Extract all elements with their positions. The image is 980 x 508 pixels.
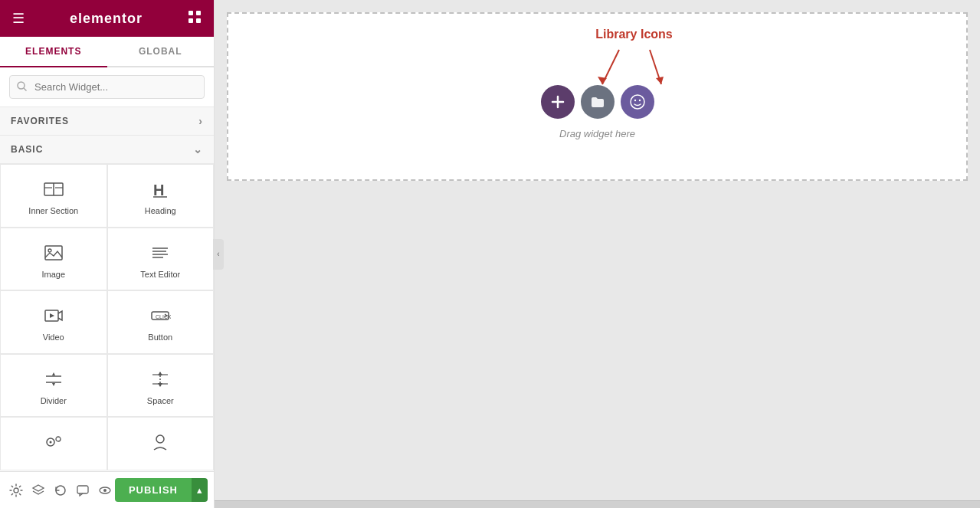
- canvas-inner: Library Icons: [215, 0, 980, 500]
- folder-button[interactable]: [581, 85, 615, 119]
- add-section-button[interactable]: [541, 85, 575, 119]
- hamburger-icon[interactable]: ☰: [12, 10, 25, 27]
- history-icon[interactable]: [51, 478, 70, 503]
- divider-icon: [43, 369, 64, 390]
- basic-label: BASIC: [11, 144, 43, 155]
- svg-point-33: [56, 437, 61, 441]
- widget-button[interactable]: CLICK Button: [107, 290, 215, 354]
- widget-divider[interactable]: Divider: [0, 354, 107, 418]
- spacer-label: Spacer: [147, 396, 174, 405]
- widget-9[interactable]: [107, 417, 215, 470]
- annotation-label: Library Icons: [588, 28, 680, 41]
- svg-line-40: [602, 50, 619, 84]
- svg-line-42: [650, 50, 661, 84]
- svg-point-4: [18, 82, 25, 89]
- widget-inner-section[interactable]: Inner Section: [0, 164, 107, 228]
- chevron-down-icon: ⌄: [193, 143, 203, 156]
- widget-heading[interactable]: H Heading: [107, 164, 215, 228]
- text-editor-icon: [149, 242, 171, 264]
- svg-marker-23: [52, 372, 55, 375]
- widget-grid: Inner Section H Heading: [0, 164, 214, 471]
- svg-marker-41: [598, 77, 607, 84]
- svg-rect-12: [45, 246, 62, 260]
- svg-text:CLICK: CLICK: [156, 314, 171, 320]
- widget8-icon: [43, 431, 64, 453]
- chat-icon[interactable]: [74, 478, 93, 503]
- chevron-right-icon: ›: [198, 115, 203, 127]
- favorites-label: FAVORITES: [11, 116, 69, 126]
- publish-arrow-button[interactable]: ▴: [192, 478, 208, 502]
- svg-marker-36: [33, 485, 44, 491]
- sidebar-header: ☰ elementor: [0, 0, 214, 37]
- svg-point-32: [49, 441, 51, 444]
- video-label: Video: [43, 333, 64, 342]
- svg-marker-19: [50, 313, 54, 318]
- search-area: [0, 67, 214, 107]
- section-favorites[interactable]: FAVORITES ›: [0, 107, 214, 136]
- svg-rect-37: [77, 486, 88, 493]
- widget-8[interactable]: [0, 417, 107, 470]
- drop-zone-text: Drag widget here: [559, 128, 635, 139]
- image-icon: [43, 242, 64, 264]
- svg-point-46: [631, 95, 644, 109]
- svg-rect-0: [188, 11, 193, 15]
- widget-image[interactable]: Image: [0, 228, 107, 291]
- widget-video[interactable]: Video: [0, 290, 107, 354]
- app-title: elementor: [70, 11, 143, 27]
- layers-icon[interactable]: [28, 478, 48, 503]
- drop-zone: Library Icons: [227, 12, 968, 181]
- sidebar-footer: PUBLISH ▴: [0, 471, 214, 508]
- sidebar-tabs: ELEMENTS GLOBAL: [0, 37, 214, 67]
- svg-rect-2: [188, 18, 193, 23]
- publish-button[interactable]: PUBLISH: [115, 478, 192, 502]
- svg-rect-3: [196, 18, 201, 23]
- tab-global[interactable]: GLOBAL: [107, 37, 215, 67]
- svg-point-48: [638, 99, 640, 100]
- svg-rect-1: [196, 11, 201, 15]
- svg-point-34: [156, 435, 164, 443]
- search-input[interactable]: [9, 75, 205, 99]
- svg-point-39: [103, 489, 107, 492]
- search-icon: [17, 81, 27, 93]
- widget-text-editor[interactable]: Text Editor: [107, 228, 215, 291]
- heading-icon: H: [149, 179, 171, 200]
- eye-icon[interactable]: [96, 478, 115, 503]
- divider-label: Divider: [41, 396, 67, 405]
- tab-elements[interactable]: ELEMENTS: [0, 37, 107, 67]
- image-label: Image: [41, 270, 65, 279]
- button-icon: CLICK: [149, 305, 171, 326]
- spacer-icon: [149, 369, 171, 390]
- canvas-scrollbar[interactable]: [215, 500, 980, 508]
- svg-point-35: [14, 488, 18, 493]
- svg-text:H: H: [153, 182, 164, 198]
- search-wrapper: [9, 75, 205, 99]
- text-editor-label: Text Editor: [140, 270, 180, 279]
- widget9-icon: [149, 431, 171, 453]
- svg-point-47: [634, 99, 635, 100]
- heading-label: Heading: [145, 206, 176, 215]
- inner-section-label: Inner Section: [28, 206, 78, 215]
- svg-marker-25: [52, 383, 55, 386]
- grid-icon[interactable]: [188, 10, 202, 28]
- sidebar: ☰ elementor ELEMENTS GLOBAL: [0, 0, 215, 508]
- svg-line-5: [24, 88, 27, 91]
- inner-section-icon: [43, 179, 64, 200]
- main-canvas: Library Icons: [215, 0, 980, 508]
- svg-point-13: [48, 249, 51, 252]
- button-label: Button: [148, 333, 172, 342]
- section-basic[interactable]: BASIC ⌄: [0, 136, 214, 164]
- video-icon: [43, 305, 64, 326]
- drop-zone-buttons: [541, 85, 654, 119]
- app-container: ☰ elementor ELEMENTS GLOBAL: [0, 0, 980, 508]
- widget-spacer[interactable]: Spacer: [107, 354, 215, 418]
- library-button[interactable]: [621, 85, 654, 119]
- collapse-handle[interactable]: ‹: [213, 239, 224, 270]
- settings-icon[interactable]: [6, 478, 25, 503]
- svg-marker-43: [656, 77, 664, 84]
